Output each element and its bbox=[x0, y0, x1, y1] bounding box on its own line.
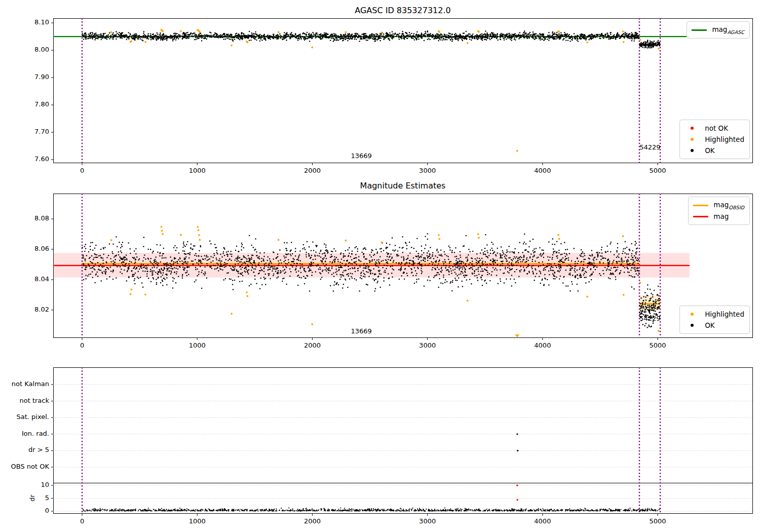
legend-entry: magOBSID bbox=[693, 200, 744, 211]
legend-label: Highlighted bbox=[705, 310, 744, 318]
legend-entry: Highlighted bbox=[685, 309, 744, 320]
legend-marker-sample bbox=[685, 149, 700, 152]
dr-axis-tick-label: 0 bbox=[18, 507, 49, 514]
flag-category-label: Ion. rad. bbox=[0, 430, 49, 437]
magnitude-overview-plot: magAGASCnot OKHighlightedOK1366954229 bbox=[53, 18, 753, 163]
obsid-annotation: 54229 bbox=[639, 315, 660, 322]
x-axis-tick-label: 3000 bbox=[419, 517, 436, 525]
y-axis-tick-label: 7.70 bbox=[18, 128, 49, 135]
x-axis-tick-label: 3000 bbox=[419, 167, 436, 174]
x-axis-tick-label: 2000 bbox=[304, 167, 321, 174]
obsid-annotation: 13669 bbox=[351, 327, 371, 335]
x-axis-tick-label: 3000 bbox=[419, 341, 436, 349]
legend-label: OK bbox=[705, 321, 714, 329]
x-axis-tick-label: 1000 bbox=[189, 167, 206, 174]
y-axis-tick-label: 8.08 bbox=[18, 214, 49, 222]
y-axis-tick-label: 8.00 bbox=[18, 46, 49, 53]
legend-label: magAGASC bbox=[712, 25, 744, 35]
legend-label: Highlighted bbox=[705, 135, 744, 143]
legend-dot-sample bbox=[691, 138, 694, 141]
plot-canvas bbox=[53, 18, 753, 163]
legend-label: mag bbox=[713, 212, 729, 220]
legend-label: OK bbox=[705, 146, 714, 155]
legend-entry: not OK bbox=[685, 123, 744, 134]
x-axis-tick-label: 2000 bbox=[304, 517, 321, 525]
y-axis-tick-label: 8.02 bbox=[18, 306, 49, 313]
legend-marker-sample bbox=[685, 324, 700, 327]
agasc-magnitude-figure: AGASC ID 835327312.0 Magnitude Estimates… bbox=[0, 0, 760, 532]
y-axis-tick-label: 8.04 bbox=[18, 275, 49, 283]
legend-marker-sample bbox=[693, 216, 708, 217]
x-axis-tick-label: 4000 bbox=[534, 167, 551, 174]
legend-marker-sample bbox=[692, 29, 707, 31]
y-axis-tick-label: 7.80 bbox=[18, 100, 49, 108]
x-axis-tick-label: 0 bbox=[80, 341, 84, 349]
x-axis-tick-label: 4000 bbox=[534, 341, 551, 349]
legend-entry: OK bbox=[685, 320, 744, 331]
dr-axis-tick-label: 10 bbox=[18, 481, 49, 488]
plot-canvas bbox=[53, 367, 753, 514]
x-axis-tick-label: 1000 bbox=[189, 517, 206, 525]
legend-dot-sample bbox=[691, 324, 694, 327]
x-axis-tick-label: 5000 bbox=[650, 517, 666, 525]
x-axis-tick-label: 0 bbox=[80, 167, 84, 174]
flags-dr-plot bbox=[53, 367, 753, 514]
legend-line-sample bbox=[693, 216, 708, 217]
flag-category-label: not Kalman bbox=[0, 380, 49, 388]
legend-entry: OK bbox=[685, 145, 744, 156]
flag-category-label: dr > 5 bbox=[0, 446, 49, 453]
x-axis-tick-label: 4000 bbox=[534, 517, 551, 525]
legend-entry: mag bbox=[693, 211, 744, 222]
legend-box: not OKHighlightedOK bbox=[679, 120, 750, 159]
y-axis-tick-label: 8.10 bbox=[18, 18, 49, 26]
x-axis-tick-label: 1000 bbox=[189, 341, 206, 349]
obsid-annotation: 13669 bbox=[351, 151, 371, 159]
legend-marker-sample bbox=[693, 205, 708, 206]
flag-category-label: Sat. pixel. bbox=[0, 413, 49, 421]
flag-category-label: not track bbox=[0, 397, 49, 404]
middle-plot-title: Magnitude Estimates bbox=[360, 181, 446, 191]
dr-axis-label: dr bbox=[28, 495, 36, 502]
legend-label: magOBSID bbox=[713, 201, 744, 210]
legend-box: magOBSIDmag bbox=[688, 197, 750, 225]
legend-entry: magAGASC bbox=[692, 24, 744, 35]
legend-dot-sample bbox=[691, 127, 694, 130]
y-axis-tick-label: 7.90 bbox=[18, 73, 49, 81]
legend-entry: Highlighted bbox=[685, 134, 744, 145]
legend-dot-sample bbox=[691, 149, 694, 152]
legend-marker-sample bbox=[685, 127, 700, 130]
legend-box: magAGASC bbox=[687, 21, 750, 39]
flag-category-label: OBS not OK bbox=[0, 463, 49, 470]
magnitude-estimates-plot: magOBSIDmagHighlightedOK1366954229 bbox=[53, 194, 753, 338]
top-plot-title: AGASC ID 835327312.0 bbox=[355, 6, 450, 15]
legend-marker-sample bbox=[685, 138, 700, 141]
obsid-annotation: 54229 bbox=[639, 143, 660, 150]
x-axis-tick-label: 2000 bbox=[304, 341, 321, 349]
x-axis-tick-label: 5000 bbox=[650, 341, 666, 349]
legend-dot-sample bbox=[691, 313, 694, 316]
x-axis-tick-label: 5000 bbox=[650, 167, 666, 174]
y-axis-tick-label: 7.60 bbox=[18, 155, 49, 163]
x-axis-tick-label: 0 bbox=[80, 517, 84, 525]
legend-line-sample bbox=[692, 29, 707, 31]
legend-box: HighlightedOK bbox=[679, 306, 750, 334]
legend-line-sample bbox=[693, 205, 708, 206]
y-axis-tick-label: 8.06 bbox=[18, 245, 49, 252]
legend-label: not OK bbox=[705, 124, 728, 132]
legend-marker-sample bbox=[685, 313, 700, 316]
